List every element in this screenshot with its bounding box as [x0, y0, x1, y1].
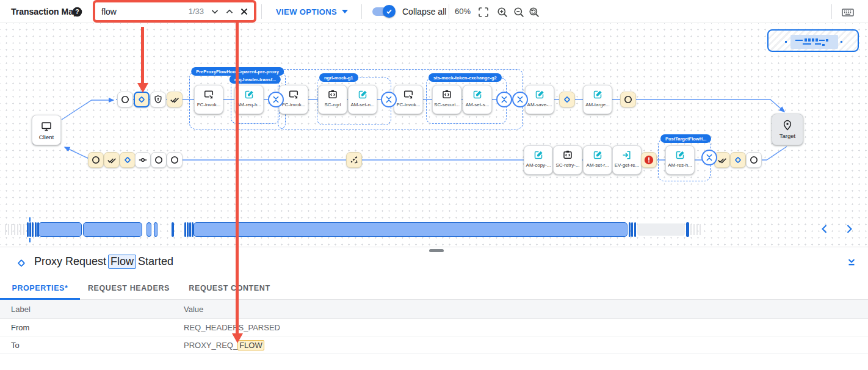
timeline-tick	[11, 224, 12, 235]
tab-request-content[interactable]: REQUEST CONTENT	[178, 277, 281, 300]
timeline-segment[interactable]	[29, 222, 31, 237]
search-box: 1/33	[93, 0, 256, 23]
zoom-reset-icon[interactable]	[527, 5, 541, 19]
details-panel: Proxy RequestFlowStarted PROPERTIES* REQ…	[0, 247, 868, 370]
timeline-segment[interactable]	[38, 222, 82, 237]
timeline-segment[interactable]	[637, 223, 685, 236]
step-chip[interactable]	[104, 152, 120, 168]
timeline-prev-icon[interactable]	[817, 221, 833, 237]
timeline-segment[interactable]	[32, 222, 34, 237]
double-check-icon	[717, 155, 727, 165]
group-label-pill[interactable]: PreProxyFlowHook->parent-pre-proxy	[191, 67, 284, 76]
policy-node-label: AM-req-h...	[237, 102, 261, 107]
collapse-all-label: Collapse all	[402, 0, 446, 23]
unfold-less-button[interactable]	[381, 92, 397, 107]
policy-node-label: EV-get-re...	[615, 162, 639, 168]
unfold-less-button[interactable]	[701, 150, 717, 165]
search-previous-icon[interactable]	[222, 4, 237, 19]
step-chip[interactable]	[346, 152, 362, 168]
policy-node[interactable]: AM-set-r...	[583, 145, 612, 175]
policy-node[interactable]: FC-invok...	[394, 85, 423, 114]
target-node[interactable]: Target	[772, 114, 803, 145]
fit-to-screen-icon[interactable]	[477, 5, 490, 19]
policy-node[interactable]: AM-set-s...	[463, 85, 492, 114]
minimap-viewport[interactable]	[790, 35, 838, 49]
step-chip[interactable]	[134, 92, 150, 107]
assign-message-icon	[533, 150, 544, 161]
timeline-segment[interactable]	[154, 222, 157, 237]
search-input[interactable]	[101, 7, 189, 16]
policy-node[interactable]: AM-save-...	[525, 85, 554, 114]
minimap[interactable]	[767, 29, 859, 52]
policy-node[interactable]: AM-targe...	[583, 85, 612, 114]
group-label-pill[interactable]: ngrl-mock-g1	[319, 73, 358, 82]
policy-node[interactable]: SC-ngrl	[318, 85, 347, 114]
timeline-segment[interactable]	[187, 222, 189, 237]
timeline-segment[interactable]	[184, 222, 186, 237]
policy-node[interactable]: SC-retry-...	[553, 145, 582, 175]
timeline-segment[interactable]	[631, 222, 633, 237]
timeline-segment[interactable]	[629, 222, 631, 237]
timeline-next-icon[interactable]	[841, 221, 857, 237]
help-icon[interactable]: ?	[72, 7, 82, 17]
zoom-in-icon[interactable]	[496, 5, 509, 19]
policy-node[interactable]: AM-copy-...	[524, 145, 553, 175]
transaction-map-canvas[interactable]: PreProxyFlowHook->parent-pre-proxyreq-he…	[0, 23, 868, 247]
policy-node[interactable]: FC-invok...	[194, 85, 223, 114]
timeline-segment[interactable]	[634, 222, 636, 237]
unfold-less-button[interactable]	[268, 92, 284, 107]
group-label-pill[interactable]: PostTargetFlowH...	[660, 134, 711, 143]
step-chip[interactable]	[135, 152, 151, 168]
step-chip[interactable]	[167, 92, 183, 107]
tab-properties[interactable]: PROPERTIES*	[0, 277, 80, 300]
step-chip[interactable]	[151, 152, 167, 168]
step-chip[interactable]	[559, 92, 575, 107]
keyboard-shortcuts-icon[interactable]	[841, 5, 855, 19]
policy-node[interactable]: SC-securi...	[432, 85, 461, 114]
policy-node[interactable]: AM-req-h...	[234, 85, 264, 114]
double-check-icon	[170, 95, 179, 104]
diamond-icon	[733, 155, 743, 165]
unfold-less-button[interactable]	[496, 92, 512, 107]
step-chip[interactable]	[88, 152, 104, 168]
policy-node-label: SC-ngrl	[324, 102, 341, 107]
policy-node[interactable]: EV-get-re...	[612, 145, 642, 175]
flow-callout-icon	[288, 89, 299, 101]
assign-message-icon	[675, 150, 685, 161]
tab-request-headers[interactable]: REQUEST HEADERS	[80, 277, 178, 300]
trace-timeline[interactable]	[0, 217, 868, 247]
timeline-segment[interactable]	[35, 222, 37, 237]
step-chip[interactable]	[746, 152, 762, 168]
panel-collapse-icon[interactable]	[845, 255, 858, 269]
transaction-map-app: Transaction Map ? 1/33 VIEW OPTIONS	[0, 0, 868, 370]
timeline-segment[interactable]	[172, 222, 174, 237]
step-chip[interactable]	[620, 92, 636, 107]
step-chip[interactable]	[150, 92, 166, 107]
search-close-icon[interactable]	[237, 4, 251, 19]
unfold-less-button[interactable]	[512, 92, 528, 107]
table-row-from: From REQ_HEADERS_PARSED	[0, 319, 868, 336]
policy-node[interactable]: AM-set-n...	[348, 85, 377, 114]
timeline-segment[interactable]	[146, 222, 151, 237]
timeline-segment[interactable]	[686, 222, 689, 237]
client-node[interactable]: Client	[32, 115, 61, 145]
search-next-icon[interactable]	[208, 4, 222, 19]
collapse-all-toggle[interactable]	[372, 7, 396, 16]
step-chip[interactable]	[730, 152, 746, 168]
policy-node-label: SC-securi...	[434, 102, 460, 107]
view-options-button[interactable]: VIEW OPTIONS	[276, 0, 348, 23]
timeline-segment[interactable]	[189, 222, 191, 237]
timeline-segment[interactable]	[27, 222, 29, 237]
assign-message-icon	[357, 89, 368, 101]
zoom-out-icon[interactable]	[512, 5, 526, 19]
group-label-pill[interactable]: req-header-transf...	[230, 75, 281, 84]
step-chip[interactable]	[117, 92, 133, 107]
step-chip[interactable]	[167, 152, 183, 168]
step-chip[interactable]	[120, 152, 136, 168]
step-chip[interactable]	[641, 152, 657, 168]
timeline-segment[interactable]	[83, 222, 142, 237]
policy-node[interactable]: AM-res-h...	[665, 145, 695, 175]
target-label: Target	[779, 132, 795, 139]
group-label-pill[interactable]: sts-mock-token-exchange-g2	[429, 73, 502, 82]
timeline-segment[interactable]	[193, 222, 627, 237]
